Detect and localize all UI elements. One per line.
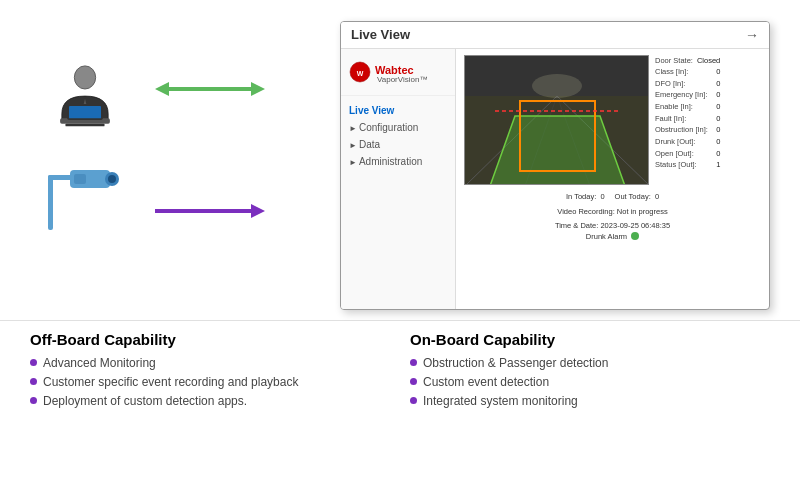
wabtec-panel-container: Live View → W Wab (270, 11, 780, 310)
bullet-icon (410, 397, 417, 404)
svg-rect-11 (74, 174, 86, 184)
diagram-section: Live View → W Wab (0, 0, 800, 320)
svg-rect-13 (168, 87, 252, 91)
expand-icon: ► (349, 124, 357, 133)
svg-marker-12 (155, 82, 169, 96)
sidebar-item-data[interactable]: ►Data (341, 136, 455, 153)
time-date: Time & Date: 2023-09-25 06:48:35 (464, 220, 761, 232)
camera-icon (40, 165, 130, 235)
live-view-image (464, 55, 649, 185)
exit-icon[interactable]: → (745, 27, 759, 43)
green-arrow (155, 78, 265, 100)
person-laptop-icon (45, 65, 125, 145)
svg-point-10 (108, 175, 116, 183)
svg-point-29 (532, 74, 582, 98)
wabtec-logo-area: W Wabtec VaporVision™ (341, 57, 455, 96)
svg-rect-5 (69, 106, 101, 118)
drunk-alarm-status: Drunk Alarm (464, 232, 761, 241)
vaporvision-text: VaporVision™ (377, 76, 427, 84)
svg-text:W: W (357, 69, 364, 76)
left-icons (20, 65, 150, 235)
list-item: Advanced Monitoring (30, 356, 390, 370)
list-item: Integrated system monitoring (410, 394, 770, 408)
on-board-title: On-Board Capability (410, 331, 770, 348)
panel-body: W Wabtec VaporVision™ Live View ►Configu… (341, 49, 769, 309)
panel-titlebar: Live View → (341, 22, 769, 49)
panel-sidebar: W Wabtec VaporVision™ Live View ►Configu… (341, 49, 456, 309)
panel-title: Live View (351, 27, 410, 42)
bottom-stats: In Today: 0 Out Today: 0 Video Recording… (464, 191, 761, 232)
wabtec-logo-icon: W (349, 61, 371, 83)
wabtec-panel: Live View → W Wab (340, 21, 770, 310)
content-row: Door State:Closed Class [In]:0 DFO [In]:… (464, 55, 761, 185)
wabtec-text: Wabtec (375, 64, 427, 76)
arrows-area (150, 50, 270, 250)
list-item: Customer specific event recording and pl… (30, 375, 390, 389)
sidebar-item-admin[interactable]: ►Administration (341, 153, 455, 170)
purple-arrow (155, 200, 265, 222)
expand-icon-admin: ► (349, 158, 357, 167)
video-recording-status: Video Recording: Not in progress (464, 206, 761, 218)
off-board-title: Off-Board Capability (30, 331, 390, 348)
svg-rect-3 (65, 124, 104, 127)
bullet-icon (30, 378, 37, 385)
bullet-icon (410, 359, 417, 366)
list-item: Deployment of custom detection apps. (30, 394, 390, 408)
svg-rect-15 (155, 209, 252, 213)
svg-rect-6 (48, 175, 53, 230)
stats-panel: Door State:Closed Class [In]:0 DFO [In]:… (655, 55, 720, 185)
expand-icon-data: ► (349, 141, 357, 150)
svg-point-0 (74, 66, 95, 89)
sidebar-item-live-view[interactable]: Live View (341, 102, 455, 119)
svg-marker-16 (251, 204, 265, 218)
list-item: Custom event detection (410, 375, 770, 389)
bullet-icon (410, 378, 417, 385)
panel-main: Door State:Closed Class [In]:0 DFO [In]:… (456, 49, 769, 309)
on-board-capability: On-Board Capability Obstruction & Passen… (400, 331, 780, 491)
sidebar-item-configuration[interactable]: ►Configuration (341, 119, 455, 136)
off-board-list: Advanced Monitoring Customer specific ev… (30, 356, 390, 408)
list-item: Obstruction & Passenger detection (410, 356, 770, 370)
bottom-section: Off-Board Capability Advanced Monitoring… (0, 321, 800, 500)
green-status-dot (631, 232, 639, 240)
bullet-icon (30, 359, 37, 366)
bullet-icon (30, 397, 37, 404)
off-board-capability: Off-Board Capability Advanced Monitoring… (20, 331, 400, 491)
svg-marker-14 (251, 82, 265, 96)
on-board-list: Obstruction & Passenger detection Custom… (410, 356, 770, 408)
